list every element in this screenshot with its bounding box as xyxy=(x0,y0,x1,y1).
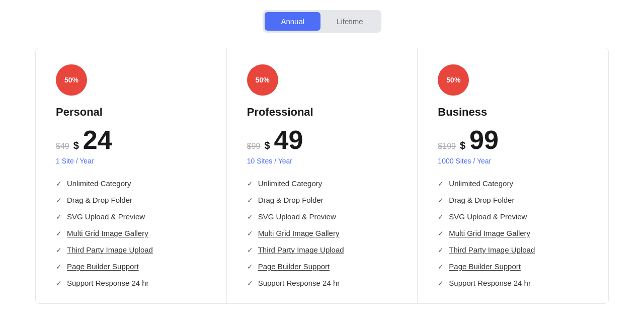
feature-text: Page Builder Support xyxy=(258,262,330,271)
checkmark-icon: ✓ xyxy=(247,279,253,287)
lifetime-toggle-button[interactable]: Lifetime xyxy=(320,12,379,31)
features-list-business: ✓Unlimited Category✓Drag & Drop Folder✓S… xyxy=(438,179,588,287)
checkmark-icon: ✓ xyxy=(247,213,253,221)
original-price-business: $199 xyxy=(438,142,456,151)
checkmark-icon: ✓ xyxy=(438,279,444,287)
feature-text: Multi Grid Image Gallery xyxy=(449,229,530,237)
feature-text: SVG Upload & Preview xyxy=(258,212,336,221)
list-item: ✓Support Response 24 hr xyxy=(247,279,397,287)
billing-period-business: 1000 Sites / Year xyxy=(438,157,588,165)
discount-badge-professional: 50% xyxy=(247,64,278,96)
list-item: ✓SVG Upload & Preview xyxy=(438,212,588,221)
list-item: ✓Unlimited Category xyxy=(438,179,588,188)
list-item: ✓Third Party Image Upload xyxy=(247,245,397,254)
checkmark-icon: ✓ xyxy=(247,196,253,204)
features-list-professional: ✓Unlimited Category✓Drag & Drop Folder✓S… xyxy=(247,179,397,287)
feature-text: SVG Upload & Preview xyxy=(449,212,527,221)
list-item: ✓SVG Upload & Preview xyxy=(56,212,206,221)
original-price-personal: $49 xyxy=(56,142,69,151)
list-item: ✓Third Party Image Upload xyxy=(56,245,206,254)
plan-name-business: Business xyxy=(438,106,588,119)
features-list-personal: ✓Unlimited Category✓Drag & Drop Folder✓S… xyxy=(56,179,206,287)
list-item: ✓Support Response 24 hr xyxy=(438,279,588,287)
plan-name-personal: Personal xyxy=(56,106,206,119)
currency-symbol-personal: $ xyxy=(73,140,79,151)
annual-toggle-button[interactable]: Annual xyxy=(265,12,320,31)
list-item: ✓SVG Upload & Preview xyxy=(247,212,397,221)
list-item: ✓Unlimited Category xyxy=(247,179,397,188)
checkmark-icon: ✓ xyxy=(247,263,253,271)
feature-text: Third Party Image Upload xyxy=(258,245,344,254)
checkmark-icon: ✓ xyxy=(247,180,253,188)
checkmark-icon: ✓ xyxy=(438,263,444,271)
checkmark-icon: ✓ xyxy=(438,180,444,188)
checkmark-icon: ✓ xyxy=(56,279,62,287)
currency-symbol-professional: $ xyxy=(264,140,270,151)
price-row-professional: $99$49 xyxy=(247,127,397,153)
list-item: ✓Drag & Drop Folder xyxy=(247,196,397,204)
plan-card-business: 50%Business$199$991000 Sites / Year✓Unli… xyxy=(418,48,608,303)
checkmark-icon: ✓ xyxy=(56,213,62,221)
feature-text: Support Response 24 hr xyxy=(449,279,531,287)
current-price-business: 99 xyxy=(469,127,499,153)
checkmark-icon: ✓ xyxy=(247,229,253,237)
plans-container: 50%Personal$49$241 Site / Year✓Unlimited… xyxy=(35,48,609,304)
feature-text: Multi Grid Image Gallery xyxy=(258,229,340,237)
feature-text: SVG Upload & Preview xyxy=(67,212,145,221)
feature-text: Multi Grid Image Gallery xyxy=(67,229,148,237)
feature-text: Unlimited Category xyxy=(258,179,323,188)
plan-card-personal: 50%Personal$49$241 Site / Year✓Unlimited… xyxy=(36,48,227,303)
price-row-personal: $49$24 xyxy=(56,127,206,153)
checkmark-icon: ✓ xyxy=(438,196,444,204)
current-price-professional: 49 xyxy=(274,127,303,153)
list-item: ✓Third Party Image Upload xyxy=(438,245,588,254)
feature-text: Third Party Image Upload xyxy=(449,245,535,254)
feature-text: Support Response 24 hr xyxy=(67,279,149,287)
feature-text: Page Builder Support xyxy=(449,262,521,271)
current-price-personal: 24 xyxy=(83,127,112,153)
checkmark-icon: ✓ xyxy=(438,246,444,254)
list-item: ✓Multi Grid Image Gallery xyxy=(56,229,206,237)
list-item: ✓Support Response 24 hr xyxy=(56,279,206,287)
plan-name-professional: Professional xyxy=(247,106,397,119)
feature-text: Page Builder Support xyxy=(67,262,139,271)
list-item: ✓Page Builder Support xyxy=(438,262,588,271)
checkmark-icon: ✓ xyxy=(56,229,62,237)
plan-card-professional: 50%Professional$99$4910 Sites / Year✓Unl… xyxy=(227,48,418,303)
feature-text: Unlimited Category xyxy=(449,179,513,188)
discount-badge-personal: 50% xyxy=(56,64,87,96)
feature-text: Unlimited Category xyxy=(67,179,131,188)
discount-badge-business: 50% xyxy=(438,64,469,96)
feature-text: Drag & Drop Folder xyxy=(449,196,514,204)
billing-period-personal: 1 Site / Year xyxy=(56,157,206,165)
currency-symbol-business: $ xyxy=(460,140,465,151)
billing-toggle: Annual Lifetime xyxy=(263,10,381,33)
billing-period-professional: 10 Sites / Year xyxy=(247,157,397,165)
list-item: ✓Unlimited Category xyxy=(56,179,206,188)
checkmark-icon: ✓ xyxy=(56,196,62,204)
checkmark-icon: ✓ xyxy=(56,246,62,254)
list-item: ✓Multi Grid Image Gallery xyxy=(247,229,397,237)
list-item: ✓Drag & Drop Folder xyxy=(438,196,588,204)
checkmark-icon: ✓ xyxy=(56,263,62,271)
checkmark-icon: ✓ xyxy=(438,213,444,221)
feature-text: Drag & Drop Folder xyxy=(258,196,324,204)
feature-text: Third Party Image Upload xyxy=(67,245,153,254)
feature-text: Support Response 24 hr xyxy=(258,279,340,287)
list-item: ✓Page Builder Support xyxy=(247,262,397,271)
list-item: ✓Drag & Drop Folder xyxy=(56,196,206,204)
checkmark-icon: ✓ xyxy=(438,229,444,237)
list-item: ✓Multi Grid Image Gallery xyxy=(438,229,588,237)
price-row-business: $199$99 xyxy=(438,127,588,153)
original-price-professional: $99 xyxy=(247,142,261,151)
feature-text: Drag & Drop Folder xyxy=(67,196,132,204)
list-item: ✓Page Builder Support xyxy=(56,262,206,271)
checkmark-icon: ✓ xyxy=(56,180,62,188)
checkmark-icon: ✓ xyxy=(247,246,253,254)
